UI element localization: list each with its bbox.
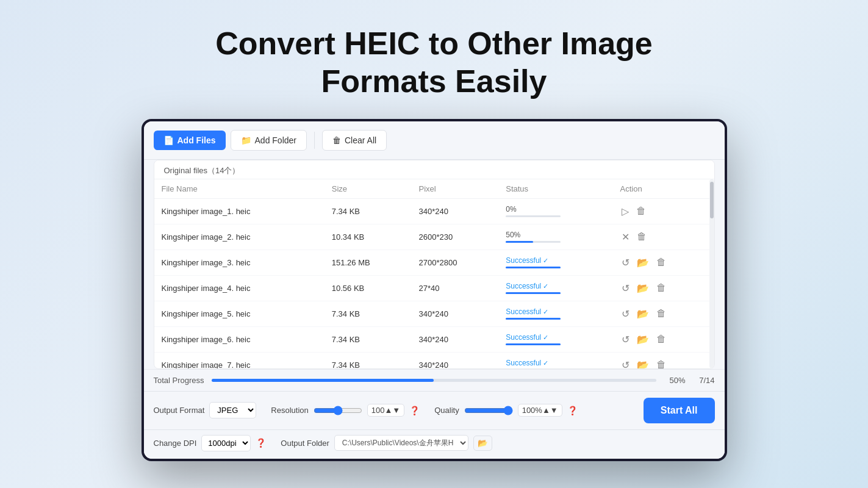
file-action-cell: ↺ 📂 🗑	[613, 275, 714, 301]
resolution-value: 100	[371, 406, 385, 415]
toolbar: 📄 Add Files 📁 Add Folder 🗑 Clear All	[144, 121, 725, 160]
file-action-cell: ▷ 🗑	[613, 198, 714, 224]
add-files-button[interactable]: 📄 Add Files	[154, 131, 226, 150]
hero-title: Convert HEIC to Other Image Formats Easi…	[215, 24, 653, 101]
delete-button[interactable]: 🗑	[655, 332, 667, 346]
retry-button[interactable]: ↺	[620, 256, 631, 270]
file-pixel-cell: 27*40	[411, 275, 498, 301]
output-format-group: Output Format JPEG PNG JPG BMP TIFF GIF …	[154, 402, 257, 418]
file-status-cell: Successful ✓	[498, 326, 612, 352]
output-folder-group: Output Folder C:\Users\Public\Videos\金舟苹…	[281, 435, 492, 451]
total-progress-count: 7/14	[693, 376, 715, 385]
quality-group: Quality 100% ▲▼ ❓	[434, 404, 577, 417]
toolbar-divider	[314, 132, 315, 149]
total-progress-bg	[212, 379, 656, 382]
output-format-label: Output Format	[154, 406, 205, 415]
resolution-label: Resolution	[271, 406, 308, 415]
retry-button[interactable]: ↺	[620, 332, 631, 346]
file-table: File Name Size Pixel Status Action Kings…	[154, 179, 714, 368]
table-row: Kingshiper image_1. heic7.34 KB340*2400%…	[154, 198, 714, 224]
quality-label: Quality	[434, 406, 459, 415]
open-folder-button[interactable]: 📂	[636, 256, 650, 270]
clear-all-button[interactable]: 🗑 Clear All	[322, 130, 387, 151]
scrollbar-track[interactable]	[709, 179, 714, 368]
scrollbar-thumb[interactable]	[710, 182, 714, 218]
add-files-icon: 📄	[163, 135, 174, 145]
resolution-help-icon[interactable]: ❓	[409, 406, 420, 415]
file-size-cell: 7.34 KB	[325, 326, 412, 352]
table-row: Kingshiper image_5. heic7.34 KB340*240Su…	[154, 301, 714, 326]
file-size-cell: 7.34 KB	[325, 301, 412, 326]
open-folder-button[interactable]: 📂	[636, 358, 650, 368]
dpi-help-icon[interactable]: ❓	[256, 438, 266, 448]
file-status-cell: 50%	[498, 224, 612, 249]
file-pixel-cell: 340*240	[411, 301, 498, 326]
retry-button[interactable]: ↺	[620, 358, 631, 368]
change-dpi-label: Change DPI	[154, 439, 197, 448]
add-folder-button[interactable]: 📁 Add Folder	[231, 130, 307, 151]
play-button[interactable]: ▷	[620, 204, 630, 218]
resolution-unit: ▲▼	[384, 406, 400, 415]
file-name-cell: Kingshiper image_5. heic	[154, 301, 325, 326]
table-row: Kingshiper image_7. heic7.34 KB340*240Su…	[154, 352, 714, 368]
file-table-wrapper: File Name Size Pixel Status Action Kings…	[154, 179, 714, 368]
open-folder-button[interactable]: 📂	[636, 281, 650, 295]
resolution-slider[interactable]	[314, 406, 362, 415]
table-row: Kingshiper image_2. heic10.34 KB2600*230…	[154, 224, 714, 249]
app-window: 📄 Add Files 📁 Add Folder 🗑 Clear All Ori…	[142, 119, 727, 461]
open-folder-button[interactable]: 📂	[636, 307, 650, 321]
file-list-header: Original files（14个）	[154, 160, 714, 179]
quality-value-wrap: 100% ▲▼	[518, 404, 562, 417]
delete-button[interactable]: 🗑	[635, 204, 647, 218]
table-row: Kingshiper image_4. heic10.56 KB27*40Suc…	[154, 275, 714, 301]
quality-help-icon[interactable]: ❓	[567, 406, 578, 415]
output-folder-label: Output Folder	[281, 439, 329, 448]
file-size-cell: 151.26 MB	[325, 249, 412, 275]
retry-button[interactable]: ↺	[620, 307, 631, 321]
dpi-select[interactable]: 1000dpi 72dpi 96dpi 150dpi 300dpi 600dpi	[201, 435, 251, 451]
col-action: Action	[613, 179, 714, 199]
delete-button[interactable]: 🗑	[655, 307, 667, 320]
file-size-cell: 10.56 KB	[325, 275, 412, 301]
dpi-group: Change DPI 1000dpi 72dpi 96dpi 150dpi 30…	[154, 435, 267, 451]
retry-button[interactable]: ↺	[620, 281, 631, 295]
file-pixel-cell: 340*240	[411, 352, 498, 368]
bottom-bar-2: Change DPI 1000dpi 72dpi 96dpi 150dpi 30…	[144, 429, 725, 459]
quality-value: 100%	[522, 406, 542, 415]
file-action-cell: ↺ 📂 🗑	[613, 326, 714, 352]
file-size-cell: 7.34 KB	[325, 352, 412, 368]
file-action-cell: ↺ 📂 🗑	[613, 301, 714, 326]
file-size-cell: 7.34 KB	[325, 198, 412, 224]
delete-button[interactable]: 🗑	[655, 358, 667, 368]
file-pixel-cell: 2700*2800	[411, 249, 498, 275]
delete-button[interactable]: 🗑	[655, 281, 667, 295]
quality-arrows: ▲▼	[542, 406, 558, 415]
file-status-cell: 0%	[498, 198, 612, 224]
resolution-group: Resolution 100 ▲▼ ❓	[271, 404, 420, 417]
resolution-value-wrap: 100 ▲▼	[367, 404, 404, 417]
start-all-button[interactable]: Start All	[644, 398, 715, 423]
file-name-cell: Kingshiper image_2. heic	[154, 224, 325, 249]
delete-button[interactable]: 🗑	[636, 230, 648, 243]
browse-folder-icon: 📂	[478, 439, 488, 448]
app-inner: 📄 Add Files 📁 Add Folder 🗑 Clear All Ori…	[144, 121, 725, 459]
quality-slider[interactable]	[464, 406, 513, 415]
browse-folder-button[interactable]: 📂	[473, 436, 492, 451]
file-action-cell: ✕ 🗑	[613, 224, 714, 249]
file-name-cell: Kingshiper image_4. heic	[154, 275, 325, 301]
file-pixel-cell: 340*240	[411, 198, 498, 224]
total-progress-bar: Total Progress 50% 7/14	[144, 369, 725, 391]
bottom-bar: Output Format JPEG PNG JPG BMP TIFF GIF …	[144, 391, 725, 429]
col-filename: File Name	[154, 179, 325, 199]
table-row: Kingshiper image_3. heic151.26 MB2700*28…	[154, 249, 714, 275]
output-folder-select[interactable]: C:\Users\Public\Videos\金舟苹果HEIC图片转换...	[334, 435, 468, 451]
file-status-cell: Successful ✓	[498, 249, 612, 275]
delete-button[interactable]: 🗑	[655, 256, 667, 269]
total-progress-label: Total Progress	[154, 376, 204, 385]
col-status: Status	[498, 179, 612, 199]
format-select[interactable]: JPEG PNG JPG BMP TIFF GIF WEBP	[209, 402, 256, 418]
file-action-cell: ↺ 📂 🗑	[613, 352, 714, 368]
table-row: Kingshiper image_6. heic7.34 KB340*240Su…	[154, 326, 714, 352]
stop-button[interactable]: ✕	[620, 230, 631, 244]
open-folder-button[interactable]: 📂	[636, 332, 650, 346]
